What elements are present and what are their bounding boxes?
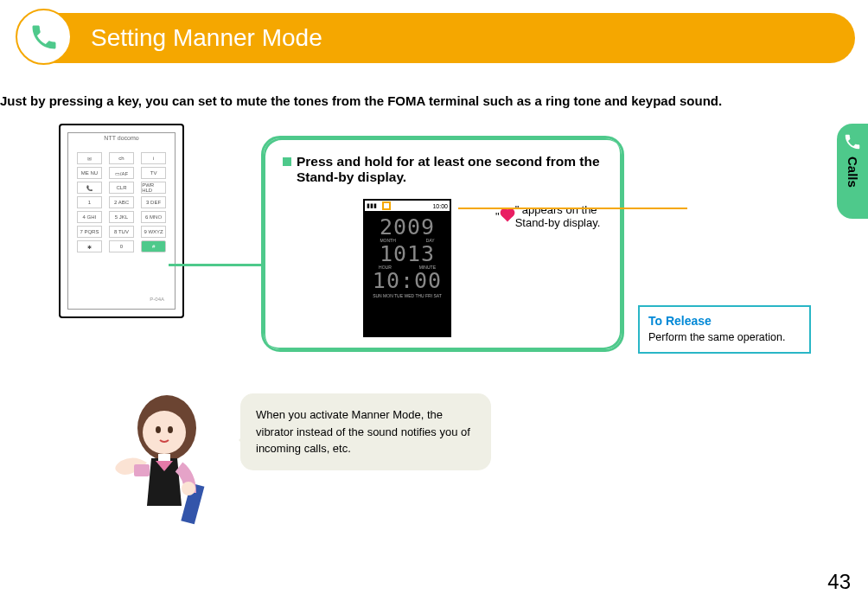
svg-point-2	[156, 426, 161, 433]
instruction-box: Press and hold for at least one second f…	[261, 136, 624, 352]
handset-icon	[29, 22, 60, 53]
orange-connector	[458, 208, 687, 209]
phone-call-icon	[16, 9, 72, 65]
side-tab-label: Calls	[846, 157, 860, 188]
bullet-icon	[283, 157, 291, 166]
standby-screenshot: ▮▮▮ 10:00 2009 MONTH DAY 1013 HOUR MINUT…	[363, 199, 451, 337]
page-number: 43	[827, 570, 851, 594]
hash-manner-key: #	[141, 240, 166, 252]
svg-point-1	[143, 411, 186, 454]
phone-brand: NTT docomo	[68, 133, 175, 143]
release-title: To Release	[648, 314, 801, 328]
handset-icon	[843, 132, 862, 151]
calls-side-tab: Calls	[837, 124, 868, 219]
speech-bubble: When you activate Manner Mode, the vibra…	[240, 393, 491, 470]
heart-icon	[501, 209, 514, 221]
release-body: Perform the same operation.	[648, 331, 801, 343]
intro-text: Just by pressing a key, you can set to m…	[0, 93, 722, 108]
phone-illustration: NTT docomo ✉ ch i ME NU ▭/AF TV 📞 CLR PW…	[59, 124, 184, 318]
svg-point-3	[168, 426, 173, 433]
svg-rect-5	[134, 464, 150, 476]
heart-marker-box	[382, 201, 391, 210]
release-box: To Release Perform the same operation.	[638, 305, 811, 354]
instruction-title: Press and hold for at least one second f…	[283, 154, 603, 185]
page-title: Setting Manner Mode	[78, 24, 322, 52]
page-header: Setting Manner Mode	[17, 13, 855, 63]
character-illustration	[99, 385, 229, 558]
connector-line	[169, 264, 264, 266]
svg-point-7	[182, 482, 195, 495]
phone-model: P-04A	[150, 297, 164, 302]
